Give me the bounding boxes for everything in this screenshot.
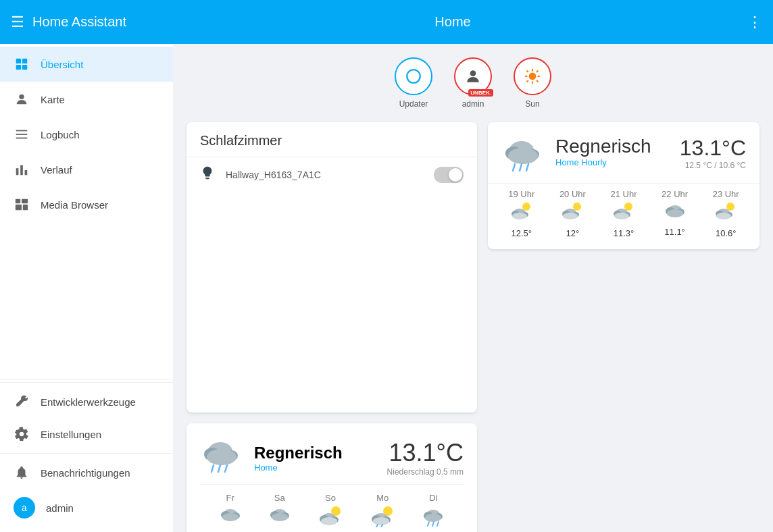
sidebar-label-verlauf: Verlauf	[41, 164, 72, 176]
svg-point-77	[624, 203, 632, 211]
svg-point-81	[614, 213, 629, 219]
sidebar-item-media[interactable]: Media Browser	[0, 187, 173, 222]
svg-point-90	[716, 213, 731, 219]
svg-rect-9	[20, 165, 23, 176]
topbar: ☰ Home Assistant Home ⋮	[0, 0, 773, 44]
topbar-right: ⋮	[722, 14, 762, 31]
more-options-icon[interactable]: ⋮	[747, 14, 762, 31]
forecast-day-so: So 13.1	[318, 493, 343, 532]
svg-point-56	[425, 514, 441, 522]
svg-line-57	[428, 522, 429, 526]
left-column: Schlafzimmer Hallway_H6163_7A1C	[186, 122, 477, 532]
svg-point-86	[726, 203, 734, 211]
svg-point-50	[373, 517, 389, 525]
svg-line-25	[527, 80, 528, 82]
app-title: Home Assistant	[32, 14, 126, 30]
user-avatar-updater	[395, 57, 432, 95]
svg-line-51	[376, 525, 378, 527]
hourly-item-19: 19 Uhr 12.5°	[508, 189, 534, 238]
user-item-updater[interactable]: Updater	[395, 57, 432, 109]
svg-point-16	[470, 70, 476, 76]
hourly-temp-19: 12.5°	[512, 228, 532, 238]
forecast-icon-so	[318, 506, 343, 531]
user-name-admin: admin	[462, 99, 484, 109]
sidebar-item-settings[interactable]: Einstellungen	[0, 418, 173, 450]
weather-main-content: Regnerisch Home 13.1°C Niederschlag 0.5 …	[186, 423, 477, 532]
weather-right-temp: 13.1°C 12.5 °C / 10.6 °C	[680, 136, 746, 170]
hourly-icon-21	[612, 202, 635, 225]
svg-line-22	[527, 71, 528, 72]
barchart-icon	[14, 161, 30, 178]
svg-rect-0	[16, 59, 21, 63]
hourly-location: Home Hourly	[555, 157, 651, 167]
schlafzimmer-title: Schlafzimmer	[186, 122, 477, 157]
svg-line-32	[225, 465, 227, 472]
hourly-temp-20: 12°	[566, 228, 580, 238]
hourly-item-21: 21 Uhr 11.3°	[610, 189, 637, 238]
sidebar-bottom: Entwicklerwerkzeuge Einstellungen	[0, 379, 173, 532]
hourly-label-23: 23 Uhr	[713, 189, 739, 199]
svg-point-29	[207, 449, 236, 465]
sidebar-item-verlauf[interactable]: Verlauf	[0, 152, 173, 187]
user-item-sun[interactable]: Sun	[514, 57, 551, 109]
sidebar-divider-1	[0, 382, 173, 383]
light-row: Hallway_H6163_7A1C	[186, 157, 477, 192]
lightbulb-icon	[200, 165, 215, 184]
svg-point-4	[19, 95, 24, 99]
svg-point-36	[222, 513, 239, 521]
bell-icon	[14, 464, 30, 481]
user-badge-admin: UNBEK.	[468, 89, 493, 97]
svg-point-85	[667, 209, 683, 217]
hourly-item-20: 20 Uhr 12°	[559, 189, 586, 238]
forecast-icon-mo	[370, 506, 395, 532]
svg-point-72	[573, 203, 581, 211]
topbar-left: ☰ Home Assistant	[11, 14, 184, 31]
svg-point-15	[407, 70, 420, 83]
svg-rect-3	[22, 65, 27, 70]
svg-point-40	[272, 513, 288, 521]
weather-hourly-card: Regnerisch Home Hourly 13.1°C 12.5 °C / …	[488, 122, 759, 249]
menu-icon[interactable]: ☰	[11, 14, 24, 31]
light-toggle[interactable]	[434, 167, 464, 183]
hourly-label-19: 19 Uhr	[508, 189, 534, 199]
sidebar-divider-2	[0, 453, 173, 454]
sidebar-label-media: Media Browser	[41, 199, 108, 211]
hourly-icon-20	[561, 202, 584, 225]
grid-icon	[14, 56, 30, 72]
user-name-updater: Updater	[399, 99, 428, 109]
sidebar-label-uebersicht: Übersicht	[41, 59, 83, 70]
sidebar-item-karte[interactable]: Karte	[0, 82, 173, 117]
user-avatar-admin: UNBEK.	[454, 57, 492, 95]
weather-temp: 13.1°C	[387, 439, 464, 467]
forecast-label-sa: Sa	[274, 493, 285, 503]
hourly-icon-22	[664, 202, 686, 224]
svg-point-63	[508, 148, 538, 164]
weather-forecast: Fr 16.5° 8.3° Sa	[200, 484, 464, 532]
svg-rect-6	[16, 134, 28, 135]
svg-rect-14	[23, 205, 28, 210]
sidebar-item-uebersicht[interactable]: Übersicht	[0, 47, 173, 82]
hourly-condition: Regnerisch	[555, 136, 651, 157]
svg-point-71	[512, 213, 527, 219]
right-column: Regnerisch Home Hourly 13.1°C 12.5 °C / …	[488, 122, 759, 249]
user-item-admin[interactable]: UNBEK. admin	[454, 57, 492, 109]
svg-point-76	[563, 213, 578, 219]
main-layout: Übersicht Karte	[0, 44, 773, 532]
sidebar-label-admin: admin	[46, 502, 74, 514]
sidebar-item-notifications[interactable]: Benachrichtigungen	[0, 456, 173, 489]
weather-right-top: Regnerisch Home Hourly 13.1°C 12.5 °C / …	[488, 122, 759, 183]
hourly-temp-23: 10.6°	[716, 228, 737, 238]
hourly-main-temp: 13.1°C	[680, 136, 746, 161]
sidebar-item-dev[interactable]: Entwicklerwerkzeuge	[0, 385, 173, 418]
weather-main-card: Regnerisch Home 13.1°C Niederschlag 0.5 …	[186, 423, 477, 532]
svg-line-66	[526, 164, 528, 171]
sidebar-item-logbuch[interactable]: Logbuch	[0, 117, 173, 152]
gear-icon	[14, 426, 30, 442]
weather-condition-label: Regnerisch	[254, 444, 343, 462]
sidebar-item-admin[interactable]: a admin	[0, 489, 173, 527]
hourly-item-23: 23 Uhr 10.6°	[713, 189, 739, 238]
svg-rect-2	[16, 65, 21, 70]
forecast-label-mo: Mo	[376, 493, 389, 503]
hourly-icon-19	[510, 202, 533, 225]
svg-rect-10	[25, 170, 28, 175]
